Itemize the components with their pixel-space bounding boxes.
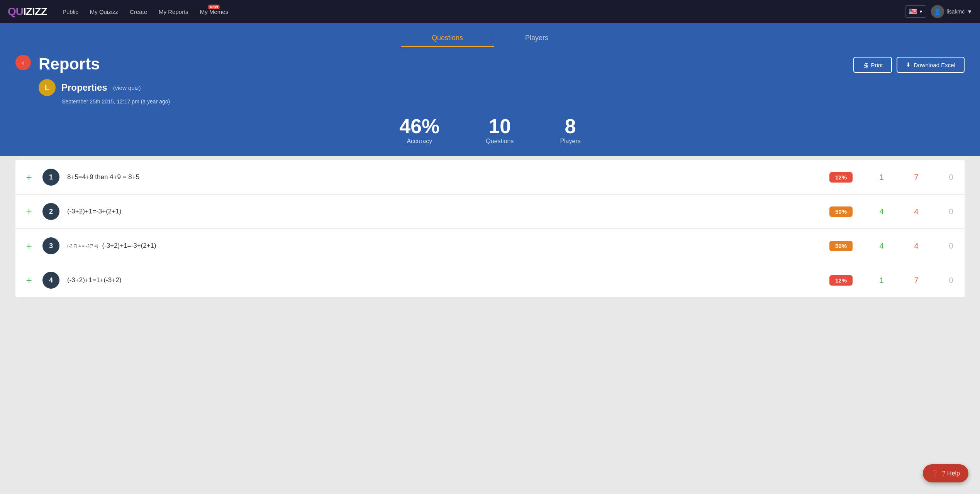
download-excel-button[interactable]: ⬇ Download Excel [897,57,965,73]
expand-button[interactable]: + [23,171,35,183]
question-text: 8+5=4+9 then 4+9 = 8+5 [67,173,829,181]
help-button[interactable]: ❓ ? Help [923,464,968,482]
nav-my-memes[interactable]: My Memes NEW [200,8,228,15]
question-number: 3 [42,237,59,254]
prop-avatar: L [39,79,56,96]
question-text: (-3+2)+1=-3+(2+1) [67,208,829,215]
question-text: (-3+2)+1=1+(-3+2) [67,276,829,284]
action-buttons: 🖨 Print ⬇ Download Excel [853,57,965,73]
correct-count: 4 [876,242,887,250]
question-text: (-2·7)·4 = -2(7·4) (-3+2)+1=-3+(2+1) [67,242,829,250]
correct-count: 1 [876,173,887,182]
top-nav: QUIZIZZ Public My Quizizz Create My Repo… [0,0,980,23]
back-button[interactable]: ‹ [15,55,31,70]
properties-row: L Properties (view quiz) [39,79,965,96]
nav-create[interactable]: Create [130,8,147,15]
incorrect-count: 4 [910,242,922,250]
expand-button[interactable]: + [23,274,35,286]
question-stats: 12% 1 7 0 [829,275,957,286]
table-row: + 4 (-3+2)+1=1+(-3+2) 12% 1 7 0 [15,263,965,297]
incorrect-count: 7 [910,173,922,182]
skipped-count: 0 [945,173,957,182]
skipped-count: 0 [945,242,957,250]
question-number: 2 [42,203,59,220]
header-section: Questions Players ‹ Reports L Properties… [0,23,980,156]
main-content: + 1 8+5=4+9 then 4+9 = 8+5 12% 1 7 0 + 2… [0,156,980,301]
avatar: 👤 [931,5,944,18]
username: lisakmc [946,8,965,15]
new-badge: NEW [209,5,220,9]
logo: QUIZIZZ [8,5,47,18]
nav-my-reports[interactable]: My Reports [159,8,188,15]
stat-questions: 10 Questions [486,116,514,145]
table-row: + 3 (-2·7)·4 = -2(7·4) (-3+2)+1=-3+(2+1)… [15,229,965,263]
print-button[interactable]: 🖨 Print [853,57,892,73]
skipped-count: 0 [945,207,957,216]
table-row: + 2 (-3+2)+1=-3+(2+1) 50% 4 4 0 [15,195,965,229]
table-row: + 1 8+5=4+9 then 4+9 = 8+5 12% 1 7 0 [15,160,965,195]
tab-questions[interactable]: Questions [401,30,494,47]
question-number: 4 [42,272,59,289]
accuracy-badge: 50% [829,241,853,251]
download-icon: ⬇ [906,61,911,68]
nav-my-quizizz[interactable]: My Quizizz [90,8,118,15]
accuracy-badge: 50% [829,206,853,217]
tab-players[interactable]: Players [494,30,579,47]
nav-public[interactable]: Public [63,8,78,15]
view-quiz-link[interactable]: (view quiz) [113,85,141,91]
incorrect-count: 7 [910,276,922,285]
stat-accuracy: 46% Accuracy [399,116,439,145]
user-menu[interactable]: 👤 lisakmc ▼ [931,5,972,18]
question-stats: 50% 4 4 0 [829,206,957,217]
stats-row: 46% Accuracy 10 Questions 8 Players [15,116,965,145]
correct-count: 4 [876,207,887,216]
help-icon: ❓ [931,470,939,477]
formula-small: (-2·7)·4 = -2(7·4) [67,244,98,248]
tabs-bar: Questions Players [0,23,980,47]
incorrect-count: 4 [910,207,922,216]
question-number: 1 [42,169,59,186]
stat-players: 8 Players [560,116,580,145]
accuracy-badge: 12% [829,172,853,183]
skipped-count: 0 [945,276,957,285]
correct-count: 1 [876,276,887,285]
print-icon: 🖨 [863,62,868,68]
prop-date: September 25th 2015, 12:17 pm (a year ag… [62,98,965,105]
page-title: Reports [39,55,965,73]
accuracy-badge: 12% [829,275,853,286]
reports-content: ‹ Reports L Properties (view quiz) Septe… [0,47,980,156]
expand-button[interactable]: + [23,206,35,218]
question-stats: 12% 1 7 0 [829,172,957,183]
nav-right: 🇺🇸 ▼ 👤 lisakmc ▼ [905,5,972,18]
language-selector[interactable]: 🇺🇸 ▼ [905,5,927,18]
questions-table: + 1 8+5=4+9 then 4+9 = 8+5 12% 1 7 0 + 2… [15,160,965,297]
question-stats: 50% 4 4 0 [829,241,957,251]
prop-name: Properties [61,82,107,93]
expand-button[interactable]: + [23,240,35,252]
